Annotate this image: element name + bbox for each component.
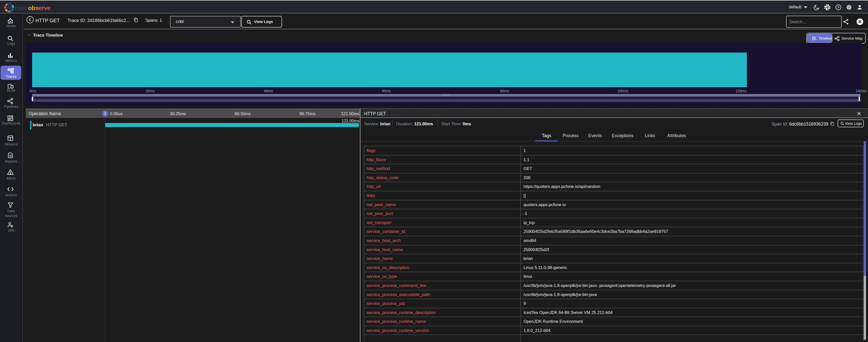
svg-text:open: open	[15, 5, 29, 11]
svg-text:erve: erve	[38, 5, 51, 11]
svg-text:?: ?	[837, 6, 839, 9]
svg-text:ob: ob	[28, 5, 35, 11]
